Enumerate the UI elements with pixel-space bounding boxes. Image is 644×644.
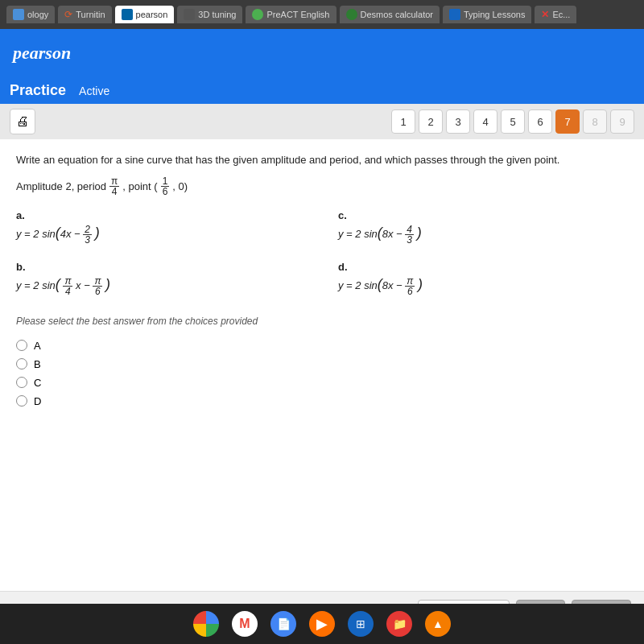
period-den: 4 xyxy=(110,187,119,196)
question-navigation: 1 2 3 4 5 6 7 8 9 xyxy=(391,109,634,134)
tab-label-desmos: Desmos calculator xyxy=(361,10,433,19)
radio-circle-d xyxy=(16,395,27,407)
tab-typing[interactable]: Typing Lessons xyxy=(443,6,531,23)
tab-label-turnitin: Turnitin xyxy=(76,10,105,19)
radio-circle-b xyxy=(16,358,27,369)
tab-desmos[interactable]: Desmos calculator xyxy=(340,6,440,23)
tab-icon-desmos xyxy=(346,9,357,20)
radio-c[interactable]: C xyxy=(16,377,628,389)
q-btn-8[interactable]: 8 xyxy=(583,109,607,134)
print-button[interactable]: 🖨 xyxy=(10,109,35,134)
ec-close-icon: ✕ xyxy=(541,9,549,20)
frac-c: 4 3 xyxy=(405,225,414,245)
point-num: 1 xyxy=(161,176,170,187)
turnitin-icon: ⟳ xyxy=(64,9,72,20)
tab-bar: ology ⟳ Turnitin pearson 3D tuning PreAC… xyxy=(0,0,644,29)
page-wrapper: ology ⟳ Turnitin pearson 3D tuning PreAC… xyxy=(0,0,644,644)
tab-label-typing: Typing Lessons xyxy=(464,10,525,19)
radio-a[interactable]: A xyxy=(16,340,628,352)
toolbar-row: 🖨 1 2 3 4 5 6 7 8 9 xyxy=(0,104,644,139)
q-btn-2[interactable]: 2 xyxy=(419,109,443,134)
choice-b-label: b. xyxy=(16,261,306,273)
q-btn-6[interactable]: 6 xyxy=(528,109,552,134)
practice-header: Practice Active xyxy=(0,77,644,104)
period-num: π xyxy=(109,176,119,187)
point-prefix: , point ( xyxy=(122,180,157,192)
taskbar-gmail-icon[interactable]: M xyxy=(232,611,258,637)
tab-label-3d: 3D tuning xyxy=(198,10,236,19)
frac-b1: π 4 xyxy=(63,276,72,296)
content-area: Write an equation for a sine curve that … xyxy=(0,139,644,631)
tab-icon-typing xyxy=(449,9,460,20)
radio-group: A B C D xyxy=(16,340,628,407)
nav-bar: pearson xyxy=(0,29,644,77)
tab-icon-3d xyxy=(184,9,195,20)
tab-label-ec: Ec... xyxy=(552,10,570,19)
select-prompt: Please select the best answer from the c… xyxy=(16,316,628,327)
frac-d: π 6 xyxy=(405,276,415,296)
radio-d[interactable]: D xyxy=(16,395,628,407)
choice-c: c. y = 2 sin(8x − 4 3 ) xyxy=(338,209,628,245)
active-label: Active xyxy=(79,85,109,97)
choice-c-expr: y = 2 sin(8x − 4 3 ) xyxy=(338,225,628,245)
radio-label-c: C xyxy=(34,377,41,389)
radio-circle-c xyxy=(16,377,27,388)
taskbar-app1-icon[interactable]: ⊞ xyxy=(348,611,374,637)
choices-grid: a. y = 2 sin(4x − 2 3 ) c. y = 2 sin(8x xyxy=(16,209,628,296)
radio-label-a: A xyxy=(34,340,41,352)
q-btn-4[interactable]: 4 xyxy=(473,109,497,134)
choice-a: a. y = 2 sin(4x − 2 3 ) xyxy=(16,209,306,245)
taskbar: M 📄 ▶ ⊞ 📁 ▲ xyxy=(0,604,644,644)
main-content: Write an equation for a sine curve that … xyxy=(0,139,644,591)
tab-icon-ology xyxy=(13,9,24,20)
period-frac: π 4 xyxy=(109,176,119,196)
question-text: Write an equation for a sine curve that … xyxy=(16,152,628,168)
tab-ology[interactable]: ology xyxy=(6,6,55,23)
radio-label-d: D xyxy=(34,395,41,407)
amplitude-line: Amplitude 2, period π 4 , point ( 1 6 , … xyxy=(16,176,628,196)
radio-b[interactable]: B xyxy=(16,358,628,370)
tab-label-pearson: pearson xyxy=(136,10,168,19)
point-end: , 0) xyxy=(172,180,188,192)
radio-circle-a xyxy=(16,340,27,351)
q-btn-1[interactable]: 1 xyxy=(391,109,415,134)
pearson-logo: pearson xyxy=(13,43,71,64)
choice-b: b. y = 2 sin( π 4 x − π 6 ) xyxy=(16,261,306,296)
tab-ec[interactable]: ✕ Ec... xyxy=(535,6,576,23)
print-icon: 🖨 xyxy=(16,114,29,129)
choice-a-expr: y = 2 sin(4x − 2 3 ) xyxy=(16,225,306,245)
tab-icon-preact xyxy=(252,9,263,20)
period-fraction: π 4 xyxy=(109,176,119,196)
tab-pearson[interactable]: pearson xyxy=(115,6,175,23)
practice-label: Practice xyxy=(10,82,66,99)
q-btn-9[interactable]: 9 xyxy=(610,109,634,134)
frac-a: 2 3 xyxy=(83,225,92,245)
choice-d-label: d. xyxy=(338,261,628,273)
tab-label-preact: PreACT English xyxy=(266,10,329,19)
choice-d: d. y = 2 sin(8x − π 6 ) xyxy=(338,261,628,296)
frac-b2: π 6 xyxy=(93,276,102,296)
q-btn-5[interactable]: 5 xyxy=(501,109,525,134)
taskbar-chrome-icon[interactable] xyxy=(193,611,219,637)
choice-a-label: a. xyxy=(16,209,306,221)
choice-c-label: c. xyxy=(338,209,628,221)
taskbar-play-icon[interactable]: ▶ xyxy=(309,611,335,637)
choice-d-expr: y = 2 sin(8x − π 6 ) xyxy=(338,276,628,296)
point-frac: 1 6 xyxy=(161,176,170,196)
tab-turnitin[interactable]: ⟳ Turnitin xyxy=(58,6,111,23)
tab-icon-pearson xyxy=(122,9,133,20)
taskbar-app3-icon[interactable]: ▲ xyxy=(425,611,451,637)
q-btn-7[interactable]: 7 xyxy=(555,109,580,134)
tab-label-ology: ology xyxy=(27,10,48,19)
taskbar-app2-icon[interactable]: 📁 xyxy=(386,611,412,637)
amplitude-prefix: Amplitude 2, period xyxy=(16,180,106,192)
tab-3dtuning[interactable]: 3D tuning xyxy=(177,6,242,23)
taskbar-docs-icon[interactable]: 📄 xyxy=(270,611,296,637)
choice-b-expr: y = 2 sin( π 4 x − π 6 ) xyxy=(16,276,306,296)
q-btn-3[interactable]: 3 xyxy=(446,109,470,134)
tab-preact[interactable]: PreACT English xyxy=(246,6,336,23)
radio-label-b: B xyxy=(34,358,41,370)
point-den: 6 xyxy=(161,187,170,196)
